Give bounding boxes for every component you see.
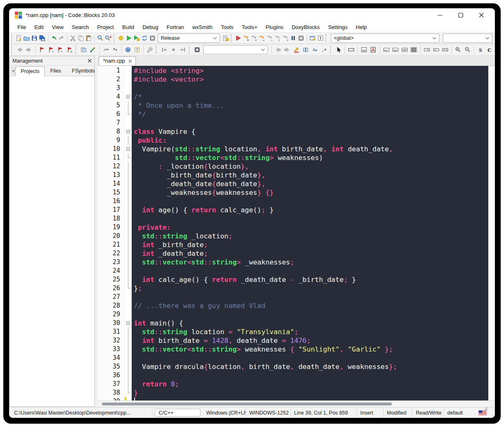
doxy-config-button[interactable] (146, 45, 154, 55)
editor-tab-nam-cpp[interactable]: *nam.cpp (99, 56, 136, 66)
menu-file[interactable]: File (13, 23, 30, 32)
use-regex-button[interactable]: .* (320, 45, 328, 55)
zoom-in-button[interactable] (454, 45, 462, 55)
rebuild-button[interactable] (141, 33, 148, 43)
build-target-combo[interactable]: Release (158, 34, 220, 43)
toolbar-grip[interactable] (326, 34, 328, 42)
selected-text-button[interactable] (301, 45, 310, 55)
line-comment-button[interactable]: *< (111, 45, 119, 55)
menu-plugins[interactable]: Plugins (262, 23, 288, 32)
fold-toggle-icon[interactable] (126, 147, 130, 151)
wx-pointer-button[interactable] (334, 45, 342, 55)
replace-button[interactable]: R (105, 33, 112, 43)
fold-toggle-icon[interactable] (126, 95, 130, 99)
find-prev-button[interactable] (274, 45, 282, 55)
toolbar-grip[interactable] (75, 46, 78, 54)
save-all-button[interactable] (39, 33, 46, 43)
stop-debugger-button[interactable] (298, 33, 305, 43)
copy-button[interactable] (77, 33, 84, 43)
doxy-wizard-button[interactable] (89, 45, 97, 55)
search-combo[interactable] (203, 45, 268, 54)
jump-point-button[interactable] (169, 45, 178, 55)
menu-view[interactable]: View (48, 23, 68, 32)
wx-panel-left-button[interactable] (391, 45, 400, 55)
next-instruction-button[interactable] (274, 33, 281, 43)
next-bookmark-button[interactable] (56, 45, 64, 55)
clear-search-button[interactable] (193, 45, 201, 55)
maximize-button[interactable] (456, 10, 465, 19)
clear-bookmarks-button[interactable] (65, 45, 73, 55)
wx-item-button[interactable] (347, 45, 355, 55)
nav-forward-button[interactable] (25, 45, 33, 55)
debug-info-button[interactable]: i (317, 33, 324, 43)
zoom-out-button[interactable] (463, 45, 471, 55)
build-button[interactable] (117, 33, 124, 43)
horizontal-scrollbar[interactable] (98, 400, 495, 407)
undo-button[interactable] (50, 33, 57, 43)
doxy-html-button[interactable]: ? (133, 45, 141, 55)
tab-projects[interactable]: Projects (15, 66, 45, 76)
block-comment-button[interactable]: /** (101, 45, 110, 55)
menu-debug[interactable]: Debug (138, 23, 162, 32)
menu-fortran[interactable]: Fortran (162, 23, 188, 32)
hex-search-button[interactable]: S (476, 45, 485, 55)
build-and-run-button[interactable] (133, 33, 140, 43)
toggle-bookmark-button[interactable] (38, 45, 46, 55)
menu-wxsmith[interactable]: wxSmith (188, 23, 217, 32)
previous-bookmark-button[interactable] (47, 45, 55, 55)
wx-window-button[interactable] (360, 45, 368, 55)
jump-back-button[interactable] (160, 45, 169, 55)
find-next-button[interactable] (283, 45, 291, 55)
nav-back-button[interactable] (15, 45, 24, 55)
toolbar-grip[interactable] (11, 46, 14, 54)
project-tree-area[interactable] (10, 76, 94, 406)
redo-button[interactable] (58, 33, 65, 43)
jump-forward-button[interactable] (178, 45, 187, 55)
target-options-button[interactable] (222, 33, 229, 43)
step-into-instruction-button[interactable] (282, 33, 289, 43)
scope-combo[interactable]: <global> (331, 34, 439, 43)
toolbar-grip[interactable] (330, 46, 333, 54)
panel-splitter[interactable] (95, 56, 98, 407)
step-into-button[interactable] (258, 33, 265, 43)
save-file-button[interactable] (31, 33, 38, 43)
match-case-button[interactable]: Aa (311, 45, 319, 55)
tabs-scroll-left-icon[interactable] (12, 67, 14, 75)
vertical-scrollbar[interactable] (488, 66, 495, 400)
doxy-extract-button[interactable] (80, 45, 88, 55)
symbol-combo[interactable] (443, 34, 492, 43)
menu-build[interactable]: Build (118, 23, 138, 32)
close-button[interactable] (477, 10, 486, 19)
next-line-button[interactable] (251, 33, 258, 43)
highlight-button[interactable] (292, 45, 300, 55)
tab-files[interactable]: Files (45, 66, 66, 76)
menu-settings[interactable]: Settings (324, 23, 352, 32)
wx-frame-left-button[interactable] (432, 45, 440, 55)
toolbar-grip[interactable] (156, 46, 158, 54)
wx-frame-both-button[interactable] (441, 45, 449, 55)
code-editor[interactable]: 1234567891011121314151617181920212223242… (98, 66, 495, 400)
code-text-area[interactable]: #include <string>#include <vector>/* * O… (132, 66, 488, 400)
toolbar-grip[interactable] (113, 34, 116, 42)
paste-button[interactable] (85, 33, 92, 43)
toolbar-grip[interactable] (189, 46, 191, 54)
step-out-button[interactable] (266, 33, 273, 43)
menu-doxyblocks[interactable]: DoxyBlocks (287, 23, 324, 32)
doxy-chm-button[interactable] (124, 45, 132, 55)
break-debugger-button[interactable] (290, 33, 297, 43)
wx-sizer-button[interactable] (369, 45, 377, 55)
fold-toggle-icon[interactable] (126, 321, 130, 325)
open-file-button[interactable] (23, 33, 30, 43)
run-button[interactable] (125, 33, 132, 43)
new-file-button[interactable] (15, 33, 22, 43)
cut-button[interactable] (70, 33, 77, 43)
abort-build-button[interactable] (149, 33, 156, 43)
minimize-button[interactable] (435, 10, 444, 19)
menu-project[interactable]: Project (93, 23, 118, 32)
title-bar[interactable]: *nam.cpp [nam] - Code::Blocks 20.03 (9, 8, 495, 22)
menu-edit[interactable]: Edit (30, 23, 48, 32)
debug-continue-button[interactable] (235, 33, 242, 43)
wx-panel-center-button[interactable] (400, 45, 409, 55)
debugging-windows-button[interactable] (309, 33, 316, 43)
hex-cmp-button[interactable]: C (485, 45, 494, 55)
